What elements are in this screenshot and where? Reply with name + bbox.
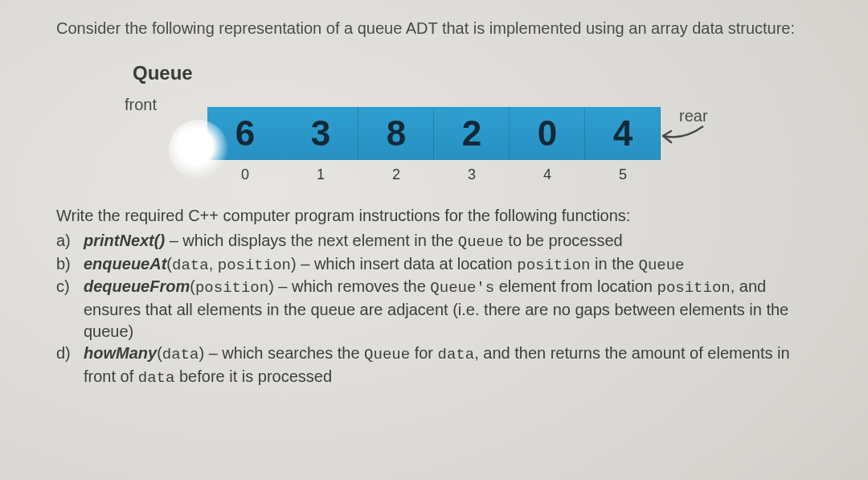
text: – which insert data at location (297, 255, 518, 273)
index-label: 1 (283, 166, 358, 183)
intro-text: Consider the following representation of… (56, 18, 824, 39)
text: ) (291, 255, 297, 273)
item-text: howMany(data) – which searches the Queue… (84, 343, 824, 388)
queue-indices: 0 1 2 3 4 5 (207, 166, 661, 183)
queue-heading: Queue (133, 62, 824, 84)
item-label: b) (56, 253, 84, 277)
queue-diagram: front rear 6 3 8 2 0 4 0 1 2 3 4 5 (121, 96, 824, 200)
text: ( (157, 344, 162, 362)
item-a: a) printNext() – which displays the next… (56, 230, 824, 253)
item-label: a) (56, 230, 84, 253)
item-text: printNext() – which displays the next el… (84, 230, 824, 253)
text: before it is processed (174, 367, 332, 385)
item-b: b) enqueueAt(data, position) – which ins… (56, 253, 824, 277)
item-label: c) (56, 276, 84, 343)
keyword: Queue (458, 233, 504, 251)
fn-name: howMany (84, 344, 157, 362)
item-c: c) dequeueFrom(position) – which removes… (56, 276, 824, 343)
queue-cell: 8 (358, 107, 434, 160)
arg: data (172, 256, 209, 274)
item-d: d) howMany(data) – which searches the Qu… (56, 343, 824, 388)
index-label: 5 (585, 166, 661, 183)
arg: data (162, 346, 199, 363)
text: for (410, 344, 437, 362)
prompt-text: Write the required C++ computer program … (56, 205, 824, 227)
text: ( (166, 255, 172, 273)
queue-cell: 4 (585, 107, 661, 160)
fn-name: dequeueFrom (84, 277, 190, 295)
text: – which searches the (204, 344, 364, 362)
fn-name: enqueueAt (84, 255, 166, 273)
text: , (209, 255, 218, 273)
index-label: 3 (434, 166, 510, 183)
keyword: data (138, 369, 175, 387)
keyword: Queue's (430, 279, 494, 297)
question-page: Consider the following representation of… (56, 18, 824, 388)
queue-cell: 6 (207, 107, 283, 160)
text: – which displays the next element in the (165, 232, 458, 249)
arg: position (195, 279, 268, 297)
queue-cells: 6 3 8 2 0 4 (207, 107, 661, 160)
keyword: data (438, 346, 475, 363)
keyword: position (517, 256, 590, 274)
rear-arrow-icon (655, 125, 711, 165)
item-text: enqueueAt(data, position) – which insert… (84, 253, 824, 277)
text: to be processed (504, 232, 623, 249)
question-items: a) printNext() – which displays the next… (56, 230, 824, 388)
queue-cell: 2 (434, 107, 510, 160)
queue-cell: 3 (283, 107, 358, 160)
text: – which removes the (274, 277, 431, 295)
rear-label: rear (679, 107, 708, 125)
keyword: Queue (639, 256, 685, 274)
keyword: Queue (364, 346, 410, 363)
queue-cell: 0 (510, 107, 585, 160)
index-label: 2 (358, 166, 434, 183)
index-label: 0 (207, 166, 283, 183)
item-label: d) (56, 343, 84, 388)
arg: position (218, 256, 291, 274)
keyword: position (657, 279, 731, 297)
index-label: 4 (510, 166, 585, 183)
item-text: dequeueFrom(position) – which removes th… (84, 276, 824, 343)
front-label: front (125, 96, 157, 114)
text: ) (268, 277, 274, 295)
fn-name: printNext() (84, 232, 165, 249)
text: in the (590, 255, 638, 273)
text: ( (190, 277, 195, 295)
text: element from location (494, 277, 657, 295)
